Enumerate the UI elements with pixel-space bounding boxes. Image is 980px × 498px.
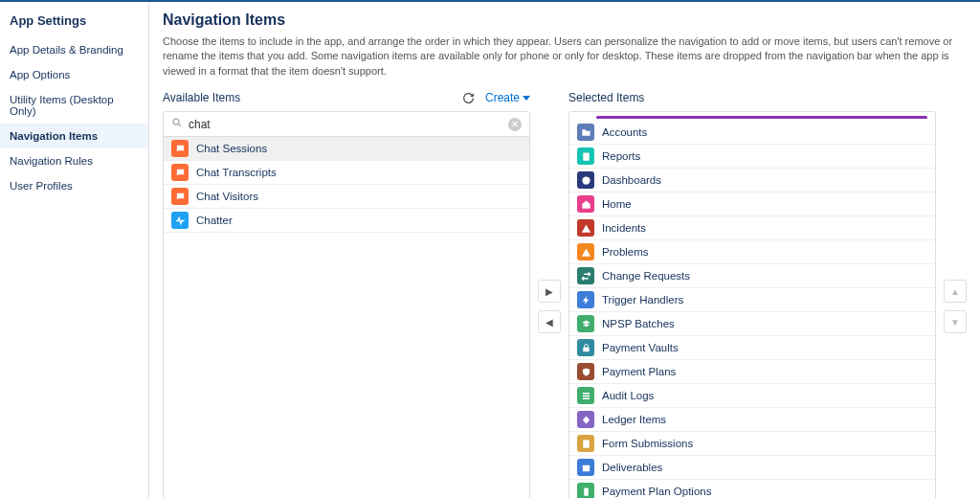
available-item[interactable]: Chatter xyxy=(164,209,529,233)
main-panel: Navigation Items Choose the items to inc… xyxy=(149,2,980,498)
chat-icon xyxy=(171,140,189,157)
selected-item[interactable]: Payment Plan Options xyxy=(569,480,935,498)
chat-icon xyxy=(171,164,189,181)
svg-rect-5 xyxy=(583,440,589,447)
sidebar-item[interactable]: App Details & Branding xyxy=(0,37,148,62)
item-label: Reports xyxy=(602,150,640,162)
selected-item[interactable]: Change Requests xyxy=(569,264,935,288)
item-label: Home xyxy=(602,198,632,210)
available-item[interactable]: Chat Visitors xyxy=(164,185,529,209)
sidebar-item[interactable]: User Profiles xyxy=(0,173,148,198)
lock-icon xyxy=(577,339,594,356)
search-row: ✕ xyxy=(164,112,529,137)
selected-item[interactable]: Audit Logs xyxy=(569,384,935,408)
warning-icon xyxy=(577,243,594,260)
sidebar-item[interactable]: Navigation Rules xyxy=(0,148,148,173)
selected-item[interactable]: Problems xyxy=(569,240,935,264)
sidebar-item[interactable]: Navigation Items xyxy=(0,124,148,148)
selected-item[interactable]: Home xyxy=(569,192,935,216)
item-label: Chat Transcripts xyxy=(196,167,277,178)
item-label: Ledger Items xyxy=(602,414,666,425)
item-label: Chat Sessions xyxy=(196,143,267,154)
selected-item[interactable]: NPSP Batches xyxy=(569,312,935,336)
selected-item[interactable]: Deliverables xyxy=(569,456,935,480)
search-icon xyxy=(171,117,183,131)
svg-rect-7 xyxy=(584,487,589,495)
swap-icon xyxy=(577,267,594,284)
selected-item[interactable]: Reports xyxy=(569,145,935,169)
create-label: Create xyxy=(485,91,520,104)
selected-panel: AccountsReportsDashboardsHomeIncidentsPr… xyxy=(568,111,936,498)
item-label: Dashboards xyxy=(602,174,661,186)
reorder-controls: ▲ ▼ xyxy=(944,88,967,333)
home-icon xyxy=(577,195,594,213)
alert-icon xyxy=(577,219,594,237)
svg-point-3 xyxy=(582,176,590,184)
svg-point-0 xyxy=(173,119,179,124)
layers-icon xyxy=(577,315,594,332)
form-icon xyxy=(577,435,594,452)
page-description: Choose the items to include in the app, … xyxy=(163,34,967,79)
available-header: Available Items xyxy=(163,91,240,104)
search-input[interactable] xyxy=(189,118,502,131)
selected-top-strip xyxy=(596,116,927,119)
available-list: Chat SessionsChat TranscriptsChat Visito… xyxy=(164,137,529,498)
available-item[interactable]: Chat Sessions xyxy=(164,137,529,161)
item-label: Trigger Handlers xyxy=(602,294,683,306)
chevron-down-icon xyxy=(523,96,530,101)
selected-column: Selected Items AccountsReportsDashboards… xyxy=(568,88,936,498)
chat-icon xyxy=(171,188,189,205)
selected-item[interactable]: Incidents xyxy=(569,216,935,240)
svg-rect-2 xyxy=(583,152,589,160)
refresh-icon[interactable] xyxy=(462,91,476,104)
selected-item[interactable]: Form Submissions xyxy=(569,432,935,456)
selected-header: Selected Items xyxy=(568,91,644,104)
selected-list: AccountsReportsDashboardsHomeIncidentsPr… xyxy=(569,112,935,498)
item-label: NPSP Batches xyxy=(602,318,675,329)
item-label: Chat Visitors xyxy=(196,191,258,202)
move-up-button[interactable]: ▲ xyxy=(944,280,967,303)
sidebar-title: App Settings xyxy=(0,10,148,37)
report-icon xyxy=(577,147,594,165)
item-label: Audit Logs xyxy=(602,390,654,401)
move-down-button[interactable]: ▼ xyxy=(944,310,967,333)
sidebar-item[interactable]: Utility Items (Desktop Only) xyxy=(0,87,148,124)
available-item[interactable]: Chat Transcripts xyxy=(164,161,529,185)
available-panel: ✕ Chat SessionsChat TranscriptsChat Visi… xyxy=(163,111,530,498)
available-column: Available Items Create xyxy=(163,88,530,498)
svg-rect-6 xyxy=(582,464,589,470)
item-label: Form Submissions xyxy=(602,438,693,449)
box-icon xyxy=(577,459,594,476)
gauge-icon xyxy=(577,171,594,189)
list-icon xyxy=(577,387,594,404)
selected-item[interactable]: Trigger Handlers xyxy=(569,288,935,312)
item-label: Accounts xyxy=(602,126,647,138)
add-button[interactable]: ▶ xyxy=(538,280,561,303)
pulse-icon xyxy=(171,212,189,229)
selected-item[interactable]: Payment Plans xyxy=(569,360,935,384)
selected-item[interactable]: Payment Vaults xyxy=(569,336,935,360)
shield-icon xyxy=(577,363,594,380)
sidebar-item[interactable]: App Options xyxy=(0,62,148,87)
device-icon xyxy=(577,483,594,498)
clear-search-icon[interactable]: ✕ xyxy=(508,118,522,131)
remove-button[interactable]: ◀ xyxy=(538,310,561,333)
folder-icon xyxy=(577,124,594,141)
diamond-icon xyxy=(577,411,594,428)
selected-item[interactable]: Dashboards xyxy=(569,169,935,192)
selected-item[interactable]: Accounts xyxy=(569,121,935,145)
bolt-icon xyxy=(577,291,594,308)
item-label: Payment Plan Options xyxy=(602,486,711,497)
item-label: Payment Vaults xyxy=(602,342,679,353)
transfer-controls: ▶ ◀ xyxy=(538,88,561,333)
item-label: Chatter xyxy=(196,215,233,226)
page-title: Navigation Items xyxy=(163,11,967,29)
item-label: Change Requests xyxy=(602,270,690,282)
item-label: Deliverables xyxy=(602,462,662,473)
settings-sidebar: App Settings App Details & BrandingApp O… xyxy=(0,2,149,498)
item-label: Problems xyxy=(602,246,649,258)
create-dropdown[interactable]: Create xyxy=(485,91,530,104)
selected-item[interactable]: Ledger Items xyxy=(569,408,935,432)
item-label: Payment Plans xyxy=(602,366,676,377)
svg-rect-4 xyxy=(583,347,589,351)
